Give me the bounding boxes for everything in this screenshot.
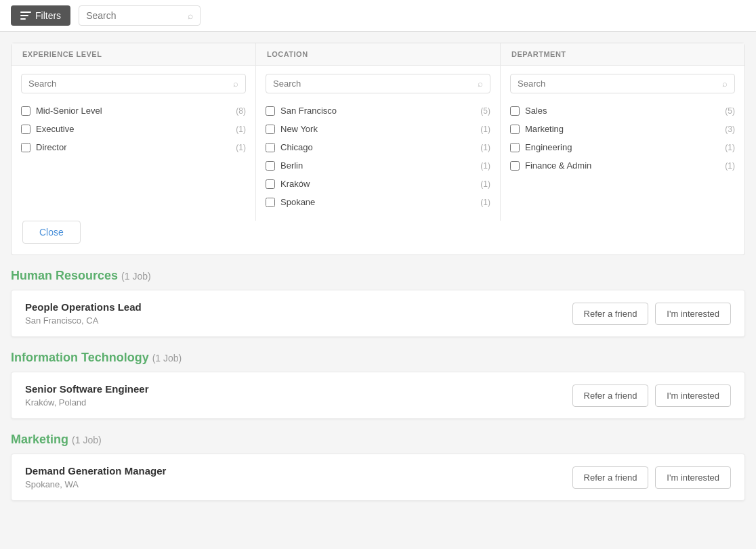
executive-checkbox[interactable] bbox=[21, 125, 30, 134]
dept-name-hr: Human Resources bbox=[11, 269, 118, 282]
list-item: New York (1) bbox=[266, 120, 490, 138]
dept-heading-it: Information Technology (1 Job) bbox=[11, 351, 745, 365]
filter-panel: EXPERIENCE LEVEL ⌕ Mid-Senior Level (8) … bbox=[11, 43, 745, 255]
job-location: San Francisco, CA bbox=[25, 315, 142, 326]
list-item: San Francisco (5) bbox=[266, 102, 490, 120]
marketing-count: (3) bbox=[725, 125, 735, 134]
executive-label: Executive bbox=[36, 124, 230, 134]
close-row: Close bbox=[12, 221, 744, 255]
san-francisco-checkbox[interactable] bbox=[266, 106, 275, 116]
experience-level-header: EXPERIENCE LEVEL bbox=[12, 43, 255, 66]
experience-search-input[interactable] bbox=[28, 79, 233, 89]
dept-heading-mkt: Marketing (1 Job) bbox=[11, 433, 745, 447]
spokane-count: (1) bbox=[480, 198, 490, 207]
department-column: DEPARTMENT ⌕ Sales (5) Marketing (3) bbox=[501, 43, 744, 221]
experience-items: Mid-Senior Level (8) Executive (1) Direc… bbox=[12, 102, 255, 166]
refer-friend-button[interactable]: Refer a friend bbox=[572, 303, 649, 325]
job-card: Demand Generation Manager Spokane, WA Re… bbox=[11, 454, 745, 501]
list-item: Marketing (3) bbox=[510, 120, 735, 138]
dept-count-it: (1 Job) bbox=[152, 353, 182, 364]
search-icon: ⌕ bbox=[188, 10, 193, 21]
interested-button[interactable]: I'm interested bbox=[655, 303, 731, 325]
job-actions: Refer a friend I'm interested bbox=[572, 466, 731, 489]
filters-button[interactable]: Filters bbox=[11, 5, 70, 26]
dept-name-mkt: Marketing bbox=[11, 433, 68, 446]
mid-senior-checkbox[interactable] bbox=[21, 106, 30, 116]
svg-rect-1 bbox=[20, 15, 28, 16]
job-actions: Refer a friend I'm interested bbox=[572, 303, 731, 325]
marketing-label: Marketing bbox=[525, 124, 719, 134]
new-york-count: (1) bbox=[480, 125, 490, 134]
list-item: Chicago (1) bbox=[266, 138, 490, 156]
search-icon: ⌕ bbox=[722, 79, 728, 89]
job-title: Demand Generation Manager bbox=[25, 465, 166, 477]
finance-count: (1) bbox=[725, 161, 735, 171]
engineering-checkbox[interactable] bbox=[510, 143, 520, 152]
berlin-count: (1) bbox=[480, 161, 490, 171]
sales-count: (5) bbox=[725, 106, 735, 116]
chicago-checkbox[interactable] bbox=[266, 143, 275, 152]
location-header: LOCATION bbox=[256, 43, 500, 66]
filters-label: Filters bbox=[35, 10, 61, 21]
department-items: Sales (5) Marketing (3) Engineering (1) … bbox=[501, 102, 744, 184]
interested-button[interactable]: I'm interested bbox=[655, 385, 731, 407]
engineering-count: (1) bbox=[725, 143, 735, 152]
location-search-box[interactable]: ⌕ bbox=[266, 74, 490, 93]
job-card: Senior Software Engineer Kraków, Poland … bbox=[11, 372, 745, 419]
job-card: People Operations Lead San Francisco, CA… bbox=[11, 290, 745, 337]
dept-count-hr: (1 Job) bbox=[121, 271, 151, 282]
list-item: Berlin (1) bbox=[266, 156, 490, 175]
finance-label: Finance & Admin bbox=[525, 160, 719, 171]
refer-friend-button[interactable]: Refer a friend bbox=[572, 385, 649, 407]
sales-checkbox[interactable] bbox=[510, 106, 520, 116]
list-item: Sales (5) bbox=[510, 102, 735, 120]
list-item: Spokane (1) bbox=[266, 193, 490, 211]
dept-name-it: Information Technology bbox=[11, 351, 149, 364]
job-location: Spokane, WA bbox=[25, 479, 166, 489]
list-item: Kraków (1) bbox=[266, 175, 490, 193]
mid-senior-label: Mid-Senior Level bbox=[36, 106, 230, 116]
list-item: Engineering (1) bbox=[510, 138, 735, 156]
spokane-label: Spokane bbox=[280, 197, 475, 207]
berlin-checkbox[interactable] bbox=[266, 161, 275, 171]
executive-count: (1) bbox=[236, 125, 246, 134]
list-item: Mid-Senior Level (8) bbox=[21, 102, 246, 120]
svg-rect-2 bbox=[20, 18, 26, 20]
interested-button[interactable]: I'm interested bbox=[655, 466, 731, 489]
experience-level-column: EXPERIENCE LEVEL ⌕ Mid-Senior Level (8) … bbox=[12, 43, 256, 221]
location-column: LOCATION ⌕ San Francisco (5) New York (1… bbox=[256, 43, 501, 221]
dept-heading-hr: Human Resources (1 Job) bbox=[11, 269, 745, 283]
location-items: San Francisco (5) New York (1) Chicago (… bbox=[256, 102, 500, 221]
top-bar: Filters ⌕ bbox=[0, 0, 756, 32]
jobs-section: Human Resources (1 Job) People Operation… bbox=[0, 269, 756, 501]
krakow-checkbox[interactable] bbox=[266, 179, 275, 189]
spokane-checkbox[interactable] bbox=[266, 198, 275, 207]
new-york-checkbox[interactable] bbox=[266, 125, 275, 134]
list-item: Finance & Admin (1) bbox=[510, 156, 735, 175]
finance-checkbox[interactable] bbox=[510, 161, 520, 171]
top-search-input[interactable] bbox=[86, 10, 185, 21]
department-search-box[interactable]: ⌕ bbox=[510, 74, 735, 93]
director-label: Director bbox=[36, 142, 230, 152]
list-item: Executive (1) bbox=[21, 120, 246, 138]
job-info: Senior Software Engineer Kraków, Poland bbox=[25, 383, 149, 408]
dept-count-mkt: (1 Job) bbox=[72, 435, 102, 445]
marketing-checkbox[interactable] bbox=[510, 125, 520, 134]
department-search-input[interactable] bbox=[518, 79, 722, 89]
sales-label: Sales bbox=[525, 106, 719, 116]
new-york-label: New York bbox=[280, 124, 475, 134]
chicago-label: Chicago bbox=[280, 142, 475, 152]
refer-friend-button[interactable]: Refer a friend bbox=[572, 466, 649, 489]
chicago-count: (1) bbox=[480, 143, 490, 152]
top-search-box[interactable]: ⌕ bbox=[79, 5, 201, 26]
job-location: Kraków, Poland bbox=[25, 397, 149, 408]
job-actions: Refer a friend I'm interested bbox=[572, 385, 731, 407]
san-francisco-count: (5) bbox=[480, 106, 490, 116]
krakow-label: Kraków bbox=[280, 179, 475, 189]
location-search-input[interactable] bbox=[273, 79, 478, 89]
job-title: People Operations Lead bbox=[25, 301, 142, 313]
experience-search-box[interactable]: ⌕ bbox=[21, 74, 246, 93]
director-count: (1) bbox=[236, 143, 246, 152]
close-button[interactable]: Close bbox=[22, 221, 81, 244]
director-checkbox[interactable] bbox=[21, 143, 30, 152]
